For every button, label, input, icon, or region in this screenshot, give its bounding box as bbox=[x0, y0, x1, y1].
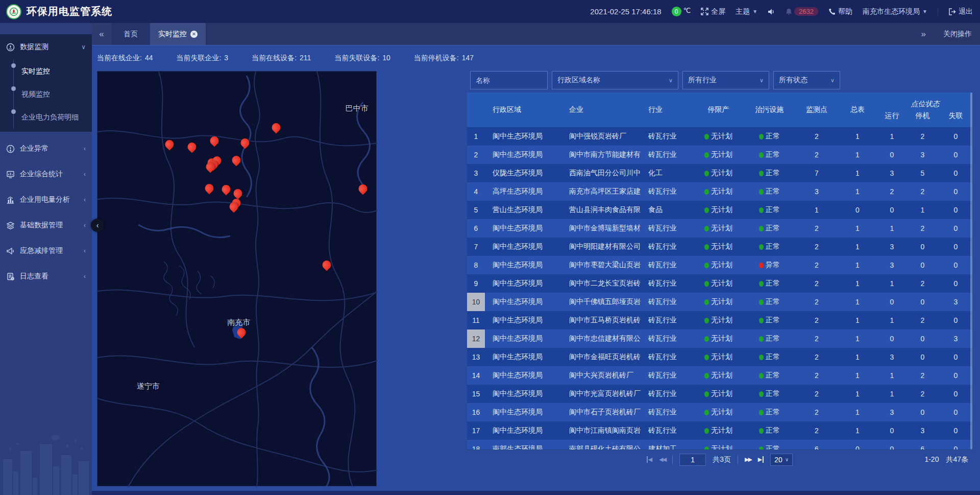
map-pin[interactable] bbox=[210, 136, 219, 145]
fullscreen-button[interactable]: 全屏 bbox=[701, 7, 725, 16]
row-index: 16 bbox=[467, 403, 485, 421]
map-pin[interactable] bbox=[240, 138, 249, 147]
tab-label: 首页 bbox=[124, 30, 138, 39]
map-pin[interactable] bbox=[205, 184, 213, 193]
sidebar-item-label: 日志查看 bbox=[20, 272, 48, 281]
page-size-select[interactable]: 20 ∨ bbox=[770, 454, 793, 466]
table-row[interactable]: 9 阆中生态环境局 阆中市二龙长宝页岩砖 砖瓦行业 无计划 正常 2 1 1 2… bbox=[467, 274, 972, 293]
row-stopped: 2 bbox=[906, 224, 939, 232]
table-row[interactable]: 15 阆中生态环境局 阆中市光富页岩机砖厂 砖瓦行业 无计划 正常 2 1 1 … bbox=[467, 385, 972, 403]
map-pin[interactable] bbox=[237, 328, 246, 337]
row-facility-status: 正常 bbox=[743, 316, 796, 325]
sidebar-item-enterprise-statistics[interactable]: 企业综合统计 ‹ bbox=[0, 161, 92, 187]
next-page-button[interactable]: ▶▶ bbox=[745, 456, 751, 463]
map-pin[interactable] bbox=[165, 140, 174, 149]
row-company: 西南油气田分公司川中 bbox=[561, 169, 643, 178]
sidebar-item-realtime-monitoring[interactable]: 实时监控 bbox=[0, 60, 92, 83]
last-page-button[interactable]: ▶ bbox=[758, 456, 764, 463]
sidebar-item-video-monitoring[interactable]: 视频监控 bbox=[0, 83, 92, 106]
theme-menu[interactable]: 主题 ▼ bbox=[736, 7, 757, 16]
logout-button[interactable]: 退出 bbox=[948, 7, 973, 16]
alert-circle-icon bbox=[6, 145, 15, 153]
region-select[interactable]: 行政区域名称 ∨ bbox=[552, 71, 678, 89]
table-row[interactable]: 14 阆中生态环境局 阆中大兴页岩机砖厂 砖瓦行业 无计划 正常 2 1 1 2… bbox=[467, 366, 972, 385]
map-pin[interactable] bbox=[359, 184, 368, 193]
row-stopped: 5 bbox=[906, 169, 939, 177]
table-row[interactable]: 3 仪陇生态环境局 西南油气田分公司川中 化工 无计划 正常 7 1 3 5 0 bbox=[467, 164, 972, 182]
row-company: 阆中市石子页岩机砖厂 bbox=[561, 408, 643, 417]
table-row[interactable]: 8 阆中生态环境局 阆中市枣碧大梁山页岩 砖瓦行业 无计划 异常 2 1 3 0… bbox=[467, 256, 972, 274]
status-dot bbox=[704, 263, 709, 268]
sidebar-item-power-usage-analysis[interactable]: 企业用电量分析 ‹ bbox=[0, 187, 92, 213]
row-industry: 砖瓦行业 bbox=[643, 132, 694, 141]
sidebar-item-emergency-reduction[interactable]: 应急减排管理 ‹ bbox=[0, 238, 92, 264]
table-row[interactable]: 10 阆中生态环境局 阆中千佛镇五郎垭页岩 砖瓦行业 无计划 正常 2 1 0 … bbox=[467, 293, 972, 311]
tabs-scroll-right-button[interactable]: » bbox=[921, 29, 926, 39]
map-collapse-button[interactable]: ‹ bbox=[91, 219, 104, 232]
bottom-strip bbox=[92, 491, 980, 495]
table-row[interactable]: 12 阆中生态环境局 阆中市忠信建材有限公 砖瓦行业 无计划 正常 2 1 0 … bbox=[467, 329, 972, 348]
row-facility-status: 异常 bbox=[743, 261, 796, 270]
map-canvas[interactable]: ‹ 巴中市南充市遂宁市 bbox=[97, 71, 377, 486]
row-stopped: 1 bbox=[906, 206, 939, 214]
table-row[interactable]: 13 阆中生态环境局 阆中市金福旺页岩机砖 砖瓦行业 无计划 正常 2 1 3 … bbox=[467, 348, 972, 366]
tabs-scroll-left-button[interactable]: « bbox=[92, 23, 111, 45]
tab-home[interactable]: 首页 bbox=[112, 23, 149, 45]
close-icon[interactable]: ✕ bbox=[190, 31, 198, 38]
table-row[interactable]: 11 阆中生态环境局 阆中市五马桥页岩机砖 砖瓦行业 无计划 正常 2 1 1 … bbox=[467, 311, 972, 329]
table-row[interactable]: 17 阆中生态环境局 阆中市江南镇阆南页岩 砖瓦行业 无计划 正常 2 1 0 … bbox=[467, 421, 972, 440]
row-index: 7 bbox=[467, 238, 485, 256]
industry-select[interactable]: 所有行业 ∨ bbox=[682, 71, 769, 89]
table-row[interactable]: 6 阆中生态环境局 阆中市金博瑞新型墙材 砖瓦行业 无计划 正常 2 1 1 2… bbox=[467, 219, 972, 238]
notifications-button[interactable]: 2632 bbox=[786, 7, 818, 16]
row-index: 4 bbox=[467, 182, 485, 201]
table-row[interactable]: 5 营山生态环境局 营山县润丰肉食品有限 食品 无计划 正常 1 0 0 1 0 bbox=[467, 201, 972, 219]
brand: 环保用电监管系统 bbox=[6, 4, 112, 19]
phone-icon bbox=[828, 8, 836, 15]
sidebar-item-data-monitoring[interactable]: 数据监测 ∨ bbox=[0, 34, 92, 60]
row-index: 5 bbox=[467, 201, 485, 219]
help-button[interactable]: 帮助 bbox=[828, 7, 852, 16]
mute-button[interactable] bbox=[768, 8, 775, 15]
close-operations-button[interactable]: 关闭操作 bbox=[943, 30, 972, 39]
map-pin[interactable] bbox=[229, 202, 238, 211]
prev-page-button[interactable]: ◀◀ bbox=[659, 456, 666, 463]
sidebar-item-power-load-detail[interactable]: 企业电力负荷明细 bbox=[0, 106, 92, 129]
map-pin[interactable] bbox=[234, 189, 242, 198]
status-select[interactable]: 所有状态 ∨ bbox=[773, 71, 840, 89]
table-row[interactable]: 2 阆中生态环境局 阆中市南方节能建材有 砖瓦行业 无计划 正常 2 1 0 3… bbox=[467, 146, 972, 164]
sidebar-item-log-view[interactable]: 日志查看 ‹ bbox=[0, 264, 92, 289]
map-pin[interactable] bbox=[272, 123, 280, 132]
table-scrollbar[interactable] bbox=[970, 92, 972, 450]
stat-label: 当前在线设备: bbox=[252, 54, 297, 63]
row-stop-status: 无计划 bbox=[694, 426, 743, 435]
table-row[interactable]: 7 阆中生态环境局 阆中明阳建材有限公司 砖瓦行业 无计划 正常 2 1 3 0… bbox=[467, 238, 972, 256]
first-page-button[interactable]: ◀ bbox=[647, 456, 652, 463]
row-facility-status: 正常 bbox=[743, 169, 796, 178]
menu-group-data-monitoring: 数据监测 ∨ 实时监控 视频监控 企业电力负荷明细 bbox=[0, 34, 92, 132]
stats-board-icon bbox=[6, 170, 15, 179]
map-pin[interactable] bbox=[232, 156, 240, 164]
map-pin[interactable] bbox=[222, 185, 231, 194]
map-pin[interactable] bbox=[206, 162, 215, 171]
row-run: 0 bbox=[878, 427, 906, 435]
row-stop-status: 无计划 bbox=[694, 297, 743, 307]
page-number-input[interactable]: 1 bbox=[679, 454, 706, 466]
monitor-gauge-icon bbox=[6, 43, 15, 52]
sidebar-item-enterprise-abnormal[interactable]: 企业异常 ‹ bbox=[0, 136, 92, 161]
tab-realtime-monitoring[interactable]: 实时监控 ✕ bbox=[150, 23, 206, 45]
row-points: 2 bbox=[796, 408, 837, 416]
table-row[interactable]: 16 阆中生态环境局 阆中市石子页岩机砖厂 砖瓦行业 无计划 正常 2 1 3 … bbox=[467, 403, 972, 421]
map-pin[interactable] bbox=[323, 261, 331, 269]
table-row[interactable]: 4 高坪生态环境局 南充市高坪区王家店建 砖瓦行业 无计划 正常 3 1 2 2… bbox=[467, 182, 972, 201]
name-search-input[interactable] bbox=[470, 71, 548, 89]
row-run: 3 bbox=[878, 353, 906, 361]
row-stop-status: 无计划 bbox=[694, 187, 743, 196]
row-region: 阆中生态环境局 bbox=[485, 408, 561, 417]
org-menu[interactable]: 南充市生态环境局 ▼ bbox=[863, 7, 927, 16]
table-row[interactable]: 1 阆中生态环境局 阆中强锐页岩砖厂 砖瓦行业 无计划 正常 2 1 1 2 0 bbox=[467, 127, 972, 146]
map-pin[interactable] bbox=[187, 143, 196, 151]
sidebar-item-label: 基础数据管理 bbox=[20, 221, 63, 230]
sidebar-item-base-data-management[interactable]: 基础数据管理 ‹ bbox=[0, 213, 92, 238]
chevron-left-icon: ‹ bbox=[84, 222, 86, 229]
